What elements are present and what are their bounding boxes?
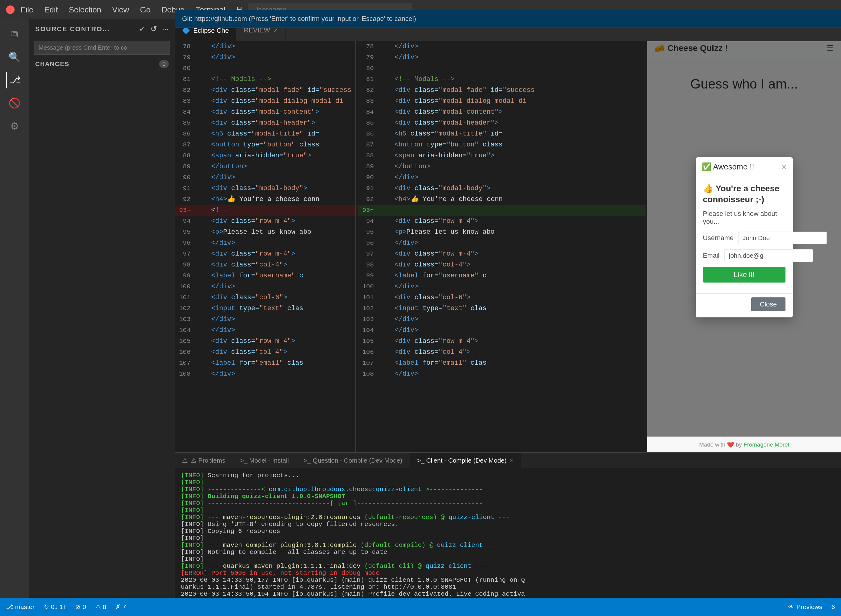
- status-bar: ⎇ master ↻ 0↓ 1↑ ⊘ 0 ⚠ 8 ✗ 7 👁 Previews …: [0, 598, 841, 616]
- modal-body: 👍 You're a cheese connoisseur ;-) Please…: [696, 177, 793, 291]
- editor-left[interactable]: 78</div> 79</div> 80 81<!-- Modals --> 8…: [175, 41, 357, 452]
- code-line: 86<h5 class="modal-title" id=: [175, 129, 357, 139]
- search-icon[interactable]: 🔍: [6, 48, 23, 66]
- modal-close-button[interactable]: ×: [782, 162, 787, 172]
- tab-model-install[interactable]: >_ Model - Install: [233, 453, 297, 468]
- warning-indicator[interactable]: ⚠ 8: [95, 603, 106, 610]
- code-line: 95<p>Please let us know abo: [175, 227, 357, 238]
- right-count[interactable]: 6: [831, 603, 835, 610]
- code-line: 84<div class="modal-content">: [175, 107, 357, 117]
- footer-text: Made with ❤️ by: [699, 441, 744, 448]
- apple-button[interactable]: [6, 6, 15, 14]
- tab-close-icon[interactable]: ×: [510, 457, 513, 464]
- code-line: 96</div>: [358, 238, 645, 249]
- code-line: 97<div class="row m-4">: [358, 249, 645, 260]
- code-line: 85<div class="modal-header">: [175, 117, 357, 129]
- username-label: Username: [703, 234, 733, 242]
- menu-view[interactable]: View: [112, 5, 129, 15]
- editor-right[interactable]: 78</div> 79</div> 80 81<!-- Modals --> 8…: [358, 41, 645, 452]
- problems-icon: ⚠: [182, 457, 188, 464]
- code-line: 89</button>: [175, 161, 357, 172]
- code-line: 80: [358, 63, 645, 74]
- terminal-line: [INFO] Building quizz-client 1.0.0-SNAPS…: [181, 493, 835, 500]
- sidebar: Source Contro... ✓ ↺ ··· Message (press …: [29, 19, 175, 598]
- terminal-line: [INFO] --- maven-compiler-plugin:3.8.1:c…: [181, 542, 835, 549]
- more-button[interactable]: ···: [162, 24, 169, 34]
- code-line: 107<label for="email" clas: [358, 358, 645, 369]
- code-line: 82<div class="modal fade" id="success: [175, 85, 357, 96]
- terminal-line: uarkus 1.1.1.Final) started in 4.787s. L…: [181, 584, 835, 591]
- tab-model-install-label: >_ Model - Install: [240, 457, 289, 464]
- tab-client-compile-label: >_ Client - Compile (Dev Mode): [417, 457, 507, 464]
- code-line: 84<div class="modal-content">: [358, 107, 645, 117]
- files-icon[interactable]: ⧉: [6, 25, 23, 43]
- refresh-button[interactable]: ↺: [150, 24, 157, 34]
- tab-client-compile[interactable]: >_ Client - Compile (Dev Mode) ×: [410, 453, 520, 468]
- code-line: 104</div>: [358, 325, 645, 336]
- code-line: 99<label for="username" c: [358, 270, 645, 281]
- sidebar-actions: ✓ ↺ ···: [139, 24, 169, 34]
- activity-bar: ⧉ 🔍 ⎇ 🚫 ⚙: [0, 19, 29, 598]
- code-line: 91<div class="modal-body">: [358, 183, 645, 194]
- code-line: 89</button>: [358, 161, 645, 172]
- modal-title: ✅ Awesome !!: [702, 162, 754, 172]
- commit-message-box[interactable]: Message (press Cmd Enter to co: [34, 41, 170, 54]
- terminal-output[interactable]: [INFO] Scanning for projects... [INFO] […: [175, 468, 841, 598]
- code-line: 86<h5 class="modal-title" id=: [358, 129, 645, 139]
- cheese-quiz-app: 🧀 Cheese Quizz ! ☰ Guess who I am... ✅ A…: [647, 38, 841, 437]
- modal-overlay[interactable]: ✅ Awesome !! × 👍 You're a cheese connois…: [647, 38, 841, 437]
- terminal-line: [ERROR] Port 5005 in use, not starting i…: [181, 570, 835, 576]
- error-indicator[interactable]: ⊘ 0: [75, 603, 86, 610]
- username-field[interactable]: [738, 232, 827, 244]
- menu-go[interactable]: Go: [140, 5, 151, 15]
- menu-edit[interactable]: Edit: [44, 5, 58, 15]
- code-line: 90</div>: [358, 172, 645, 183]
- source-control-icon[interactable]: ⎇: [6, 72, 23, 88]
- code-line: 103</div>: [358, 314, 645, 325]
- code-line: 100</div>: [358, 281, 645, 292]
- code-line: 96</div>: [175, 238, 357, 249]
- extensions-icon[interactable]: ⚙: [6, 117, 23, 135]
- terminal-line: [INFO]: [181, 535, 835, 542]
- terminal-line: [INFO] Copying 6 resources: [181, 528, 835, 535]
- menu-file[interactable]: File: [21, 5, 33, 15]
- terminal-line: [INFO] --------------------------------[…: [181, 500, 835, 507]
- code-line: 87<button type="button" class: [358, 139, 645, 150]
- terminal-line: [INFO]: [181, 507, 835, 514]
- sync-indicator[interactable]: ↻ 0↓ 1↑: [44, 603, 66, 610]
- code-line: 92<h4>👍 You're a cheese conn: [358, 194, 645, 205]
- commit-button[interactable]: ✓: [139, 24, 146, 34]
- debug-icon[interactable]: 🚫: [6, 95, 23, 111]
- menu-selection[interactable]: Selection: [69, 5, 101, 15]
- modal-description: Please let us know about you...: [703, 210, 785, 226]
- code-line: 101<div class="col-6">: [358, 292, 645, 303]
- changes-label: CHANGES: [35, 60, 69, 67]
- modal-header: ✅ Awesome !! ×: [696, 157, 793, 177]
- code-line: 102<input type="text" clas: [358, 303, 645, 314]
- terminal-line: [INFO] --- quarkus-maven-plugin:1.1.1.Fi…: [181, 563, 835, 570]
- terminal-line: [INFO] --- maven-resources-plugin:2.6:re…: [181, 514, 835, 521]
- code-line: 105<div class="row m-4">: [358, 336, 645, 347]
- code-line: 78</div>: [358, 41, 645, 52]
- terminal-line: [INFO] --------------< com.github.lbroud…: [181, 486, 835, 493]
- terminal-line: [INFO] Scanning for projects...: [181, 472, 835, 479]
- branch-indicator[interactable]: ⎇ master: [6, 603, 35, 610]
- preview-panel: ← → ↻ https://routec6ax5hcb-opentlc-mgr-…: [647, 19, 841, 452]
- code-line: 91<div class="modal-body">: [175, 183, 357, 194]
- code-line: 101<div class="col-6">: [175, 292, 357, 303]
- footer-link[interactable]: Fromagerie Morel: [744, 441, 789, 448]
- tab-question-compile[interactable]: >_ Question - Compile (Dev Mode): [296, 453, 410, 468]
- terminal-line: 2020-06-03 14:33:50,194 INFO [io.quarkus…: [181, 591, 835, 597]
- code-line-added: 93+: [358, 205, 645, 216]
- terminal-line: [INFO] Using 'UTF-8' encoding to copy fi…: [181, 521, 835, 528]
- previews-indicator[interactable]: 👁 Previews: [788, 603, 822, 610]
- tab-problems[interactable]: ⚠ ⚠ Problems: [175, 453, 233, 468]
- code-line: 82<div class="modal fade" id="success: [358, 85, 645, 96]
- code-line: 92<h4>👍 You're a cheese conn: [175, 194, 357, 205]
- like-button[interactable]: Like it!: [703, 267, 785, 283]
- changes-header: CHANGES 0: [29, 57, 175, 71]
- close-button[interactable]: Close: [751, 298, 785, 311]
- info-indicator[interactable]: ✗ 7: [115, 603, 126, 610]
- email-field[interactable]: [725, 249, 813, 262]
- code-line: 81<!-- Modals -->: [358, 74, 645, 85]
